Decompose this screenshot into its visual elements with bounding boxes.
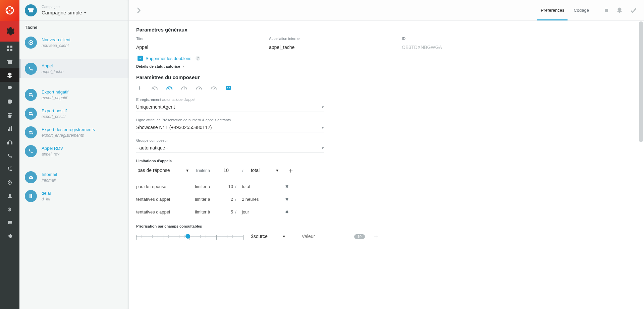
campaign-selector[interactable]: Campagne Campagne simple — [19, 0, 128, 21]
remove-limit-icon[interactable]: ✖ — [285, 197, 289, 202]
phone-icon — [25, 63, 37, 75]
phone-icon — [25, 145, 37, 157]
remove-limit-icon[interactable]: ✖ — [285, 209, 289, 214]
limit-reason: tentatives d'appel — [136, 209, 195, 214]
svg-rect-6 — [7, 46, 9, 48]
dialer-speed4-icon[interactable] — [195, 84, 203, 91]
priority-badge: 10 — [354, 234, 365, 239]
pause-icon — [25, 190, 37, 202]
limit-unit: 2 heures — [242, 197, 279, 202]
duplicates-checkbox[interactable]: ✓ — [138, 56, 143, 61]
svg-point-2 — [11, 8, 13, 9]
priority-value-input[interactable] — [301, 232, 348, 241]
svg-point-14 — [8, 113, 12, 114]
task-item[interactable]: délaid_lai — [19, 187, 128, 205]
svg-rect-24 — [28, 8, 34, 10]
add-priority-button[interactable]: ＋ — [373, 233, 379, 241]
chevron-right-icon: › — [183, 64, 184, 68]
dialer-speed3-icon[interactable] — [180, 84, 188, 91]
line-select[interactable]: Showcase Nr 1 (+49302555880112) ▾ — [136, 123, 324, 132]
intern-label: Appellation interne — [269, 37, 393, 41]
task-item[interactable]: Export négatifexport_negatif — [19, 85, 128, 104]
svg-rect-20 — [7, 142, 8, 144]
priority-slider[interactable] — [136, 232, 244, 241]
task-item[interactable]: Export positifexport_positif — [19, 104, 128, 123]
dialer-speed1-icon[interactable] — [151, 84, 158, 91]
chevron-down-icon: ▾ — [322, 145, 324, 150]
title-input[interactable]: Appel — [136, 43, 260, 52]
help-icon[interactable]: ? — [196, 56, 200, 61]
add-limit-button[interactable]: ＋ — [288, 167, 294, 175]
back-chevron-icon[interactable] — [136, 7, 141, 14]
priority-source-select[interactable]: $source▾ — [250, 232, 286, 241]
priority-heading: Priorisation par champs consultables — [136, 224, 637, 228]
nav-headset-icon[interactable] — [0, 135, 19, 149]
svg-rect-32 — [31, 194, 32, 198]
svg-rect-17 — [8, 129, 9, 131]
remove-limit-icon[interactable]: ✖ — [285, 184, 289, 189]
limit-unit: total — [242, 184, 279, 189]
svg-point-28 — [29, 112, 32, 113]
group-select[interactable]: --automatique-- ▾ — [136, 143, 324, 153]
check-icon[interactable] — [630, 7, 637, 14]
duplicates-label: Supprimer les doublons — [146, 56, 192, 61]
limit-unit-select[interactable]: total▾ — [250, 166, 280, 175]
limit-count-input[interactable] — [216, 166, 236, 175]
limit-reason: tentatives d'appel — [136, 197, 195, 202]
group-label: Groupe composeur — [136, 138, 637, 142]
limit-count: 2 — [222, 197, 235, 202]
dialer-speed2-icon[interactable] — [166, 84, 173, 91]
limit-count: 10 — [222, 184, 235, 189]
layers-icon[interactable] — [616, 7, 623, 14]
nav-settings-icon[interactable] — [0, 229, 19, 243]
limit-reason-select[interactable]: pas de réponse▾ — [136, 166, 190, 175]
nav-db2-icon[interactable] — [0, 95, 19, 109]
dialer-manual-icon[interactable] — [136, 84, 144, 91]
nav-archive-icon[interactable] — [0, 55, 19, 68]
chevron-down-icon: ▾ — [322, 125, 324, 130]
nav-phone-missed-icon[interactable] — [0, 162, 19, 176]
task-item[interactable]: Export des enregistrementsexport_enregis… — [19, 123, 128, 142]
line-label: Ligne attribuée Présentation de numéro &… — [136, 118, 637, 122]
tab-coding[interactable]: Codage — [569, 0, 594, 20]
nav-user-icon[interactable] — [0, 189, 19, 202]
svg-rect-8 — [7, 49, 9, 51]
svg-point-15 — [8, 115, 12, 116]
intern-input[interactable]: appel_tache — [269, 43, 393, 52]
campaign-eyebrow: Campagne — [42, 5, 87, 9]
section-dialer: Paramètres du composeur — [136, 74, 637, 80]
task-item[interactable]: Nouveau clientnouveau_client — [19, 33, 128, 52]
nav-dollar-icon[interactable]: $ — [0, 202, 19, 216]
svg-point-3 — [7, 11, 8, 13]
task-item[interactable]: Appelappel_tache — [19, 59, 128, 78]
nav-layers-icon[interactable] — [0, 68, 19, 82]
task-title: Export négatif — [42, 89, 68, 95]
task-item[interactable]: Appel RDVappel_rdv — [19, 142, 128, 161]
svg-point-5 — [9, 10, 10, 11]
nav-timer-icon[interactable] — [0, 176, 19, 189]
delete-icon[interactable] — [604, 7, 609, 14]
nav-grid-icon[interactable] — [0, 42, 19, 55]
gear-icon[interactable] — [0, 21, 19, 42]
nav-db1-icon[interactable] — [0, 82, 19, 95]
status-details-toggle[interactable]: Détails de statut autorisé › — [136, 64, 637, 68]
nav-phone-icon[interactable] — [0, 149, 19, 162]
svg-rect-31 — [30, 194, 31, 198]
dialer-auto-icon[interactable] — [225, 84, 232, 91]
task-title: Appel — [42, 63, 63, 69]
rec-select[interactable]: Uniquement Agent ▾ — [136, 102, 324, 112]
archive-icon — [25, 4, 37, 16]
svg-rect-25 — [29, 10, 33, 12]
nav-db3-icon[interactable] — [0, 109, 19, 122]
svg-rect-9 — [10, 49, 12, 51]
task-sub: export_positif — [42, 114, 67, 119]
nav-chat-icon[interactable] — [0, 216, 19, 229]
svg-rect-30 — [29, 176, 33, 179]
tab-preferences[interactable]: Préférences — [536, 0, 569, 20]
task-item[interactable]: InfomailInfomail — [19, 168, 128, 187]
sidebar-section-title: Tâche — [19, 21, 128, 33]
nav-chart-icon[interactable] — [0, 122, 19, 135]
svg-point-16 — [8, 116, 12, 118]
dialer-speed5-icon[interactable] — [210, 84, 217, 91]
plus-icon — [25, 37, 37, 49]
